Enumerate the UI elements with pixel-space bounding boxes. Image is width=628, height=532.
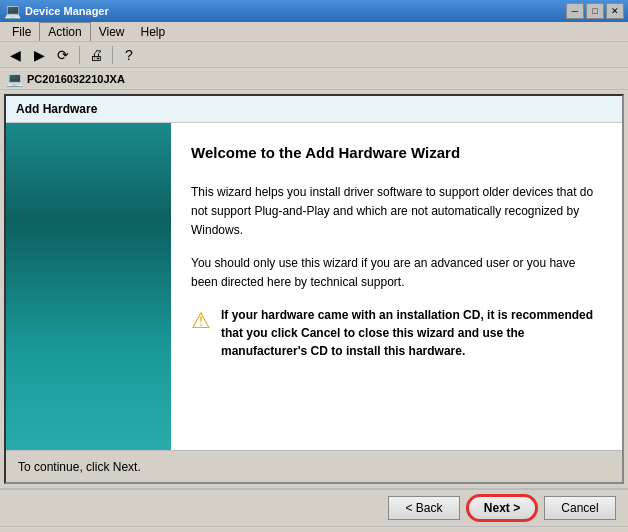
menu-bar: File Action View Help xyxy=(0,22,628,42)
wizard-desc-1: This wizard helps you install driver sof… xyxy=(191,183,602,241)
toolbar: ◀ ▶ ⟳ 🖨 ? xyxy=(0,42,628,68)
title-bar-buttons: ─ □ ✕ xyxy=(566,3,624,19)
wizard-desc-2: You should only use this wizard if you a… xyxy=(191,254,602,292)
dialog-body: Welcome to the Add Hardware Wizard This … xyxy=(6,123,622,450)
footer-text: To continue, click Next. xyxy=(6,450,622,482)
toolbar-back-button[interactable]: ◀ xyxy=(4,45,26,65)
cancel-button[interactable]: Cancel xyxy=(544,496,616,520)
close-button[interactable]: ✕ xyxy=(606,3,624,19)
toolbar-forward-button[interactable]: ▶ xyxy=(28,45,50,65)
title-bar: 💻 Device Manager ─ □ ✕ xyxy=(0,0,628,22)
computer-label: 💻 PC2016032210JXA xyxy=(0,68,628,90)
wizard-left-panel xyxy=(6,123,171,450)
back-button[interactable]: < Back xyxy=(388,496,460,520)
warning-icon: ⚠ xyxy=(191,308,211,334)
wizard-right-panel: Welcome to the Add Hardware Wizard This … xyxy=(171,123,622,450)
toolbar-help-button[interactable]: ? xyxy=(118,45,140,65)
menu-file[interactable]: File xyxy=(4,22,39,41)
warning-text: If your hardware came with an installati… xyxy=(221,306,602,360)
dialog-header: Add Hardware xyxy=(6,96,622,123)
toolbar-print-button[interactable]: 🖨 xyxy=(85,45,107,65)
wizard-title: Welcome to the Add Hardware Wizard xyxy=(191,143,602,163)
next-button[interactable]: Next > xyxy=(466,494,538,522)
menu-action[interactable]: Action xyxy=(39,22,90,41)
toolbar-separator xyxy=(79,46,80,64)
menu-view[interactable]: View xyxy=(91,22,133,41)
title-bar-text: Device Manager xyxy=(25,5,562,17)
dialog-container: Add Hardware Welcome to the Add Hardware… xyxy=(4,94,624,484)
button-area: < Back Next > Cancel xyxy=(0,488,628,526)
computer-name: PC2016032210JXA xyxy=(27,73,125,85)
app-icon: 💻 xyxy=(4,3,21,19)
toolbar-refresh-button[interactable]: ⟳ xyxy=(52,45,74,65)
computer-icon: 💻 xyxy=(6,71,23,87)
toolbar-separator-2 xyxy=(112,46,113,64)
minimize-button[interactable]: ─ xyxy=(566,3,584,19)
status-bar: 📶 Intel(R) 5 Series/3400 Series Chipset … xyxy=(0,526,628,532)
menu-help[interactable]: Help xyxy=(133,22,174,41)
warning-box: ⚠ If your hardware came with an installa… xyxy=(191,306,602,360)
maximize-button[interactable]: □ xyxy=(586,3,604,19)
